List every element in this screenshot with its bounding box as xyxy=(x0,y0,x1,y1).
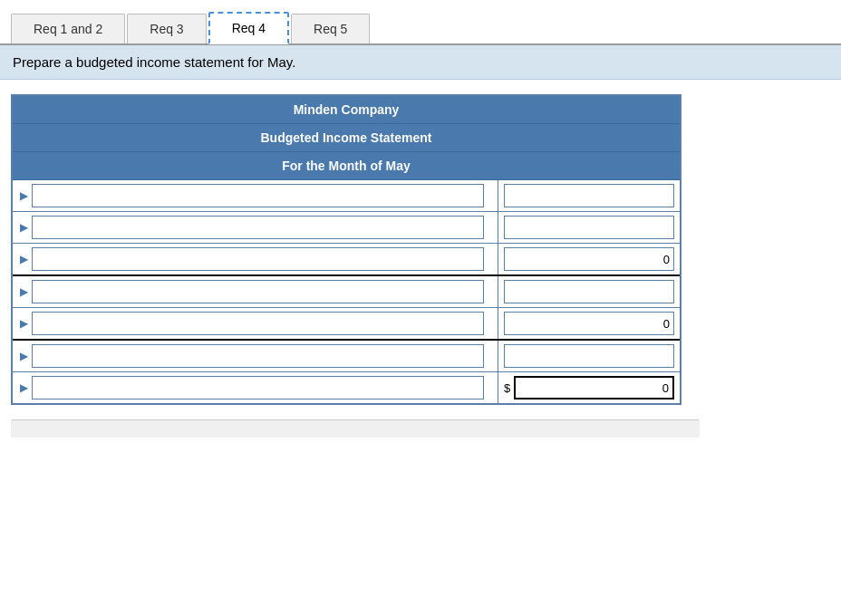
label-cell-6: ▶ xyxy=(13,341,498,371)
label-input-4[interactable] xyxy=(32,280,484,303)
table-title-2: Budgeted Income Statement xyxy=(13,124,680,152)
input-cell-6 xyxy=(498,341,680,371)
label-input-1[interactable] xyxy=(32,184,484,207)
table-title-1: Minden Company xyxy=(13,96,680,124)
arrow-icon-5: ▶ xyxy=(20,317,28,330)
value-input-5[interactable] xyxy=(504,312,674,335)
label-input-2[interactable] xyxy=(32,216,484,239)
value-input-1[interactable] xyxy=(504,184,674,207)
table-row-3: ▶ xyxy=(13,244,680,276)
arrow-icon-6: ▶ xyxy=(20,350,28,362)
tab-req4[interactable]: Req 4 xyxy=(208,12,289,44)
table-row-4: ▶ xyxy=(13,276,680,308)
input-cell-5 xyxy=(498,308,680,339)
dollar-input-7[interactable] xyxy=(514,376,674,399)
tab-req12[interactable]: Req 1 and 2 xyxy=(11,14,125,43)
label-input-7[interactable] xyxy=(32,376,484,399)
label-cell-7: ▶ xyxy=(13,372,498,403)
dollar-sign-7: $ xyxy=(504,381,510,395)
table-row-5: ▶ xyxy=(13,308,680,341)
tab-req3[interactable]: Req 3 xyxy=(127,14,206,43)
label-input-3[interactable] xyxy=(32,247,484,271)
value-input-3[interactable] xyxy=(504,247,674,271)
input-cell-1 xyxy=(498,180,680,211)
tab-req5[interactable]: Req 5 xyxy=(291,14,370,43)
main-content: Minden Company Budgeted Income Statement… xyxy=(0,80,841,452)
value-input-2[interactable] xyxy=(504,216,674,239)
label-cell-3: ▶ xyxy=(13,244,498,274)
arrow-icon-7: ▶ xyxy=(20,381,28,394)
label-cell-5: ▶ xyxy=(13,308,498,339)
label-input-6[interactable] xyxy=(32,344,484,368)
data-rows-container: ▶▶▶▶▶▶▶$ xyxy=(13,180,680,403)
dollar-cell-7: $ xyxy=(498,372,680,403)
instruction-text: Prepare a budgeted income statement for … xyxy=(13,54,295,70)
label-cell-4: ▶ xyxy=(13,276,498,307)
arrow-icon-4: ▶ xyxy=(20,285,28,298)
label-input-5[interactable] xyxy=(32,312,484,335)
table-row-1: ▶ xyxy=(13,180,680,212)
arrow-icon-3: ▶ xyxy=(20,253,28,265)
scrollbar[interactable] xyxy=(11,419,700,438)
tabs-container: Req 1 and 2Req 3Req 4Req 5 xyxy=(0,0,841,45)
arrow-icon-1: ▶ xyxy=(20,189,28,202)
table-title-3: For the Month of May xyxy=(13,152,680,180)
input-cell-3 xyxy=(498,244,680,274)
instruction-bar: Prepare a budgeted income statement for … xyxy=(0,45,841,80)
value-input-6[interactable] xyxy=(504,344,674,368)
arrow-icon-2: ▶ xyxy=(20,221,28,234)
input-cell-2 xyxy=(498,212,680,243)
label-cell-2: ▶ xyxy=(13,212,498,243)
input-cell-4 xyxy=(498,276,680,307)
value-input-4[interactable] xyxy=(504,280,674,303)
table-row-7: ▶$ xyxy=(13,372,680,403)
label-cell-1: ▶ xyxy=(13,180,498,211)
income-statement-table: Minden Company Budgeted Income Statement… xyxy=(11,94,682,405)
table-row-6: ▶ xyxy=(13,341,680,372)
table-row-2: ▶ xyxy=(13,212,680,244)
